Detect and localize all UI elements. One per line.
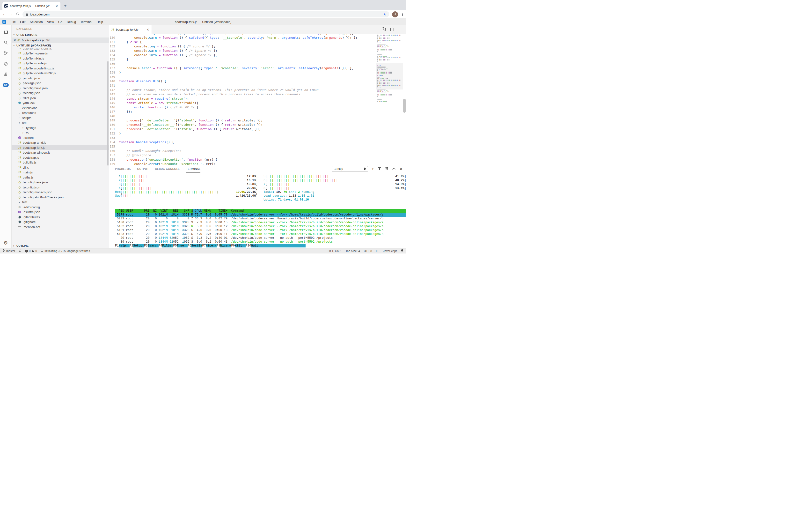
new-terminal-icon[interactable]: + — [372, 166, 374, 171]
workspace-header[interactable]: ▾ UNTITLED (WORKSPACE) — [12, 43, 109, 48]
tree-item[interactable]: JSgulpfile.mixin.js — [12, 56, 109, 61]
debug-off-icon[interactable] — [0, 59, 12, 69]
tree-item[interactable]: {}tsconfig.json — [12, 185, 109, 190]
tree-item[interactable]: {}tsconfig.strictNullChecks.json — [12, 195, 109, 200]
editor-scrollbar[interactable] — [403, 34, 406, 165]
menu-help[interactable]: Help — [95, 20, 106, 24]
menu-file[interactable]: File — [8, 20, 18, 24]
tree-item[interactable]: JSbootstrap-fork.js — [12, 145, 109, 150]
terminal-select[interactable]: 1: htop — [332, 166, 368, 172]
statusbar-lf[interactable]: LF — [376, 249, 379, 253]
problems-indicator[interactable]: ✕ 0 0 — [25, 249, 37, 253]
open-editors-header[interactable]: ▾ OPEN EDITORS — [12, 32, 109, 38]
menu-go[interactable]: Go — [56, 20, 65, 24]
tree-item[interactable]: ▸typings — [12, 125, 109, 130]
tree-item[interactable]: JSgulpfile.vscode.linux.js — [12, 66, 109, 71]
kill-terminal-icon[interactable] — [385, 166, 388, 171]
minimap-line — [377, 100, 401, 100]
branch-indicator[interactable]: master — [2, 249, 15, 253]
tree-item[interactable]: ▸extensions — [12, 106, 109, 111]
tree-item[interactable]: {}tsconfig.base.json — [12, 180, 109, 185]
panel-tab-problems[interactable]: PROBLEMS — [115, 165, 131, 173]
split-terminal-icon[interactable] — [378, 167, 381, 170]
bookmark-star-icon[interactable]: ★ — [383, 12, 386, 16]
statusbar-utf-8[interactable]: UTF-8 — [364, 249, 372, 253]
tree-item[interactable]: JSbootstrap.js — [12, 155, 109, 160]
sync-indicator[interactable] — [19, 249, 22, 253]
tree-item[interactable]: .eslintrc.json — [12, 210, 109, 215]
tree-item[interactable]: JSmain.js — [12, 170, 109, 175]
tree-item[interactable]: .eslintrc — [12, 135, 109, 140]
open-editor-item[interactable]: ✕ JS bootstrap-fork.js src — [12, 38, 109, 43]
outline-header[interactable]: ▸ OUTLINE — [12, 243, 109, 248]
language-status[interactable]: Initializing JS/TS language features — [40, 249, 90, 253]
editor-tab[interactable]: JS bootstrap-fork.js ✕ — [109, 25, 152, 34]
tree-item[interactable]: .gitattributes — [12, 215, 109, 220]
tree-item[interactable]: ▾src — [12, 120, 109, 125]
terminal[interactable]: 1[|||||||||||17.8%]2[||||||||||16.1%]3[|… — [109, 173, 406, 248]
split-editor-icon[interactable] — [390, 28, 394, 31]
tree-item[interactable]: {}tsconfig.build.json — [12, 86, 109, 91]
menu-terminal[interactable]: Terminal — [78, 20, 94, 24]
maximize-panel-icon[interactable] — [392, 167, 396, 171]
tab-close-icon[interactable]: ✕ — [55, 4, 59, 8]
settings-gear-icon[interactable]: ⚙ — [4, 240, 8, 246]
tree-item[interactable]: ▸resources — [12, 111, 109, 116]
menu-selection[interactable]: Selection — [27, 20, 45, 24]
tree-item[interactable]: {}package.json — [12, 81, 109, 86]
toggle-changes-icon[interactable] — [382, 27, 386, 32]
tree-item[interactable]: ▸scripts — [12, 115, 109, 120]
tree-item[interactable]: JSgulpfile.vscode.win32.js — [12, 71, 109, 76]
statusbar-javascript[interactable]: JavaScript — [383, 249, 397, 253]
tree-item[interactable]: ▸test — [12, 200, 109, 205]
menu-edit[interactable]: Edit — [18, 20, 27, 24]
tree-item[interactable]: {}tslint.json — [12, 96, 109, 101]
tree-item[interactable]: ⚙.editorconfig — [12, 205, 109, 210]
tree-item[interactable]: JSpaths.js — [12, 175, 109, 180]
tree-item[interactable]: JSbootstrap-window.js — [12, 150, 109, 155]
tree-item[interactable]: JSbuildfile.js — [12, 160, 109, 165]
panel-tab-debug-console[interactable]: DEBUG CONSOLE — [155, 165, 180, 173]
browser-tab[interactable]: bootstrap-fork.js — Untitled (W ✕ — [2, 2, 60, 10]
tab-close-icon[interactable]: ✕ — [146, 28, 149, 32]
panel-tab-terminal[interactable]: TERMINAL — [186, 165, 201, 173]
minimap[interactable] — [376, 34, 403, 165]
statusbar-tab-size-4[interactable]: Tab Size: 4 — [346, 249, 360, 253]
menu-debug[interactable]: Debug — [65, 20, 78, 24]
tree-item[interactable]: JSgulpfile.vscode.js — [12, 61, 109, 66]
bell-icon[interactable] — [400, 249, 404, 253]
avatar[interactable]: J — [392, 11, 398, 17]
code-editor[interactable]: 129 console.log = function () { safeSend… — [109, 34, 406, 165]
address-bar[interactable]: ide.coder.com ★ — [22, 11, 389, 17]
reload-icon[interactable] — [16, 12, 19, 17]
tree-item[interactable]: JSgulpfile.extensions.js — [12, 48, 109, 51]
more-actions-icon[interactable]: ··· — [398, 27, 403, 32]
search-icon[interactable] — [0, 37, 12, 48]
source-control-icon[interactable] — [0, 48, 12, 59]
tree-item[interactable]: {}jsconfig.json — [12, 76, 109, 81]
new-tab-button[interactable]: + — [64, 3, 67, 9]
minimap-slider[interactable] — [376, 63, 403, 90]
browser-menu-icon[interactable] — [401, 13, 404, 16]
tree-item[interactable]: yarn.lock — [12, 101, 109, 106]
tree-item[interactable]: JSgulpfile.hygiene.js — [12, 51, 109, 56]
tree-item[interactable]: {}tsconfig.monaco.json — [12, 190, 109, 195]
tree-item[interactable]: JScli.js — [12, 165, 109, 170]
sidebar-scrollbar[interactable] — [107, 61, 109, 165]
tree-item[interactable]: {}tsconfig.json — [12, 91, 109, 96]
extensions-icon[interactable] — [0, 69, 12, 80]
panel-tab-output[interactable]: OUTPUT — [137, 165, 149, 173]
close-panel-icon[interactable]: ✕ — [399, 166, 403, 171]
back-icon[interactable]: ← — [2, 12, 6, 16]
tree-item[interactable]: .gitignore — [12, 220, 109, 225]
menu-view[interactable]: View — [45, 20, 56, 24]
tree-item[interactable]: ▸vs — [12, 130, 109, 135]
off-badge[interactable]: Off — [3, 83, 9, 87]
close-icon[interactable]: ✕ — [13, 39, 16, 42]
explorer-icon[interactable] — [0, 26, 12, 37]
tree-item[interactable]: JSbootstrap-amd.js — [12, 140, 109, 146]
tree-item[interactable]: .mention-bot — [12, 224, 109, 230]
forward-icon[interactable]: → — [9, 12, 13, 16]
statusbar-ln-1-col-1[interactable]: Ln 1, Col 1 — [328, 249, 342, 253]
scrollbar-thumb[interactable] — [403, 99, 405, 113]
